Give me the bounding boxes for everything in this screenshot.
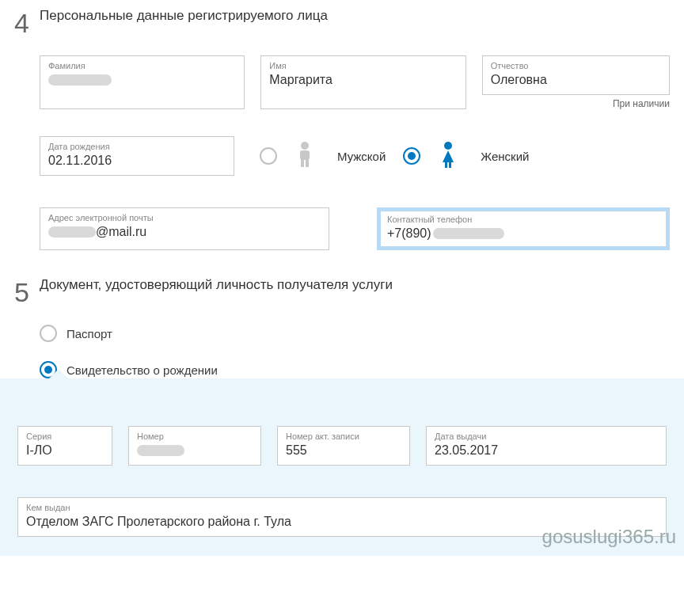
svg-point-4 (444, 142, 452, 150)
passport-label: Паспорт (66, 327, 112, 340)
dob-field[interactable]: Дата рождения 02.11.2016 (40, 136, 234, 176)
firstname-field[interactable]: Имя Маргарита (260, 55, 466, 109)
issuedate-field[interactable]: Дата выдачи 23.05.2017 (426, 426, 667, 466)
step-number-4: 4 (14, 8, 40, 250)
gender-female-label: Женский (481, 150, 529, 163)
issuer-label: Кем выдан (26, 503, 658, 512)
firstname-label: Имя (269, 61, 457, 70)
svg-rect-6 (449, 162, 451, 168)
email-prefix-redacted (48, 226, 96, 238)
issuedate-value: 23.05.2017 (435, 443, 658, 458)
email-label: Адрес электронной почты (48, 213, 321, 222)
patronymic-field[interactable]: Отчество Олеговна (482, 55, 670, 95)
section5-title: Документ, удостоверяющий личность получа… (40, 277, 670, 293)
record-field[interactable]: Номер акт. записи 555 (277, 426, 410, 466)
record-value: 555 (286, 443, 401, 458)
phone-field[interactable]: Контактный телефон +7(890) (377, 207, 670, 250)
svg-rect-1 (300, 150, 310, 160)
record-label: Номер акт. записи (286, 432, 401, 441)
firstname-value: Маргарита (269, 72, 457, 88)
docnum-redacted (137, 445, 184, 456)
phone-prefix: +7(890) (387, 226, 431, 241)
birthcert-label: Свидетельство о рождении (66, 363, 218, 377)
series-label: Серия (26, 432, 104, 441)
doc-option-passport[interactable]: Паспорт (40, 325, 670, 342)
email-field[interactable]: Адрес электронной почты @mail.ru (40, 207, 329, 250)
male-icon (294, 140, 315, 172)
svg-point-0 (301, 142, 309, 150)
female-icon (438, 140, 458, 172)
section4-title: Персональные данные регистрируемого лица (40, 8, 670, 24)
doc-option-birthcert[interactable]: Свидетельство о рождении (40, 361, 670, 378)
docnum-field[interactable]: Номер (128, 426, 261, 466)
birthcert-panel: Серия I-ЛО Номер Номер акт. записи 555 Д… (0, 378, 684, 556)
email-suffix: @mail.ru (96, 225, 146, 239)
docnum-label: Номер (137, 432, 253, 441)
watermark-text: gosuslugi365.ru (542, 526, 676, 548)
patronymic-label: Отчество (491, 61, 661, 70)
gender-male-label: Мужской (337, 150, 386, 163)
svg-rect-2 (301, 159, 304, 167)
issuedate-label: Дата выдачи (435, 432, 658, 441)
patronymic-value: Олеговна (491, 72, 661, 88)
gender-female-radio[interactable] (403, 147, 420, 165)
dob-value: 02.11.2016 (48, 153, 226, 169)
series-field[interactable]: Серия I-ЛО (17, 426, 112, 466)
svg-rect-5 (445, 162, 447, 168)
surname-redacted (48, 74, 112, 86)
svg-rect-3 (306, 159, 309, 167)
phone-label: Контактный телефон (387, 215, 659, 224)
step-number-5: 5 (14, 277, 40, 378)
series-value: I-ЛО (26, 443, 104, 458)
dob-label: Дата рождения (48, 142, 226, 151)
surname-label: Фамилия (48, 61, 236, 70)
passport-radio[interactable] (40, 325, 57, 342)
phone-suffix-redacted (433, 228, 504, 239)
patronymic-hint: При наличии (482, 98, 670, 109)
gender-male-radio[interactable] (260, 147, 277, 165)
surname-field[interactable]: Фамилия (40, 55, 245, 109)
